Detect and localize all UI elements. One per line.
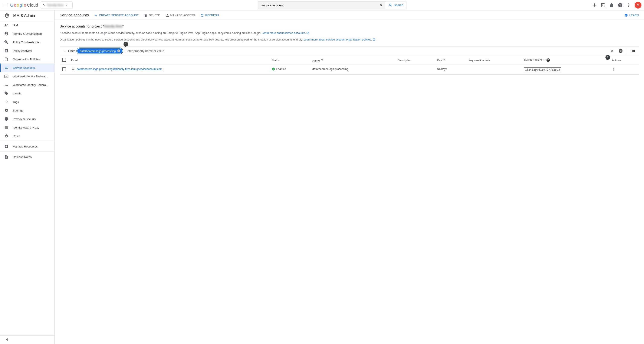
col-keyid[interactable]: Key ID <box>434 56 466 65</box>
clear-filter-icon[interactable] <box>610 49 614 53</box>
filter-help-icon[interactable] <box>619 49 622 53</box>
nav-item-workload-identity-federat-[interactable]: Workload Identity Federat... <box>0 72 54 81</box>
manage-access-button[interactable]: MANAGE ACCESS <box>165 14 195 17</box>
description-2: Organization policies can be used to sec… <box>60 38 639 42</box>
select-all-checkbox[interactable] <box>62 58 66 62</box>
learn-button[interactable]: LEARN <box>624 14 639 17</box>
nav-item-service-accounts[interactable]: Service Accounts <box>0 64 54 72</box>
nav-item-organization-policies[interactable]: Organization Policies <box>0 55 54 64</box>
search-button[interactable]: Search <box>385 2 406 9</box>
col-description[interactable]: Description <box>395 56 434 65</box>
table-row: datatheorem-logs-processing@friendly-fir… <box>60 65 639 74</box>
tour-bubble-2: 2 <box>606 55 610 60</box>
gemini-icon[interactable] <box>592 3 597 8</box>
nav-item-policy-troubleshooter[interactable]: Policy Troubleshooter <box>0 38 54 47</box>
filter-chip[interactable]: datatheorem-logs-processing <box>77 48 122 54</box>
learn-more-sa-link[interactable]: Learn more about service accounts. <box>262 31 309 35</box>
service-account-icon <box>71 67 75 71</box>
col-email[interactable]: Email <box>68 56 269 65</box>
page-title: Service accounts <box>60 13 89 18</box>
cell-keyid: No keys <box>434 65 466 74</box>
collapse-nav-icon[interactable] <box>0 335 54 344</box>
more-vert-icon[interactable] <box>626 3 631 8</box>
nav-item-workforce-identity-federa-[interactable]: Workforce Identity Federa... <box>0 81 54 89</box>
row-checkbox[interactable] <box>62 67 66 71</box>
account-avatar[interactable]: M <box>635 2 642 9</box>
project-picker[interactable]: friendly-fires <box>41 2 72 9</box>
nav-item-settings[interactable]: Settings <box>0 106 54 115</box>
nav-item-manage-resources[interactable]: Manage Resources <box>0 142 54 151</box>
clear-search-icon[interactable] <box>377 3 385 7</box>
delete-button[interactable]: DELETE <box>144 14 160 17</box>
nav-item-iam[interactable]: IAM <box>0 21 54 30</box>
nav-item-labels[interactable]: Labels <box>0 89 54 98</box>
col-oauth[interactable]: OAuth 2 Client ID? <box>521 56 609 65</box>
filter-input[interactable] <box>125 48 609 54</box>
oauth-client-id[interactable]: 102462976159797762593 <box>524 67 561 72</box>
nav-item-tags[interactable]: Tags <box>0 98 54 106</box>
search-input[interactable] <box>258 2 377 9</box>
svg-point-0 <box>43 4 44 5</box>
cell-name: datatheorem-logs-processing <box>310 65 395 74</box>
cell-description <box>395 65 434 74</box>
help-icon[interactable] <box>618 3 623 8</box>
svg-point-1 <box>44 5 45 6</box>
hamburger-menu-icon[interactable] <box>2 3 8 8</box>
nav-item-release-notes[interactable]: Release Notes <box>0 153 54 161</box>
col-status[interactable]: Status <box>269 56 310 65</box>
cloud-shell-icon[interactable] <box>600 3 606 8</box>
learn-more-org-link[interactable]: Learn more about service account organiz… <box>304 38 376 42</box>
google-cloud-logo[interactable]: Google Cloud <box>10 3 38 8</box>
col-keycreation[interactable]: Key creation date <box>466 56 522 65</box>
status-enabled: Enabled <box>272 67 307 71</box>
column-selector-icon[interactable] <box>631 49 636 53</box>
search-box: Search <box>258 1 407 9</box>
col-name[interactable]: Name <box>310 56 395 65</box>
nav-item-roles[interactable]: Roles <box>0 132 54 140</box>
filter-label: Filter <box>63 49 75 53</box>
chip-remove-icon[interactable] <box>117 49 120 53</box>
section-title: IAM & Admin <box>0 11 54 21</box>
row-actions-icon[interactable] <box>612 67 616 71</box>
nav-item-privacy-security[interactable]: Privacy & Security <box>0 115 54 123</box>
oauth-help-icon[interactable]: ? <box>546 58 550 62</box>
refresh-button[interactable]: REFRESH <box>200 14 219 17</box>
nav-item-policy-analyzer[interactable]: Policy Analyzer <box>0 47 54 55</box>
description-1: A service account represents a Google Cl… <box>60 31 639 35</box>
page-subtitle: Service accounts for project "friendly-f… <box>60 25 639 28</box>
notifications-icon[interactable] <box>609 3 614 8</box>
nav-item-identity-aware-proxy[interactable]: Identity-Aware Proxy <box>0 123 54 132</box>
cell-keycreation <box>466 65 522 74</box>
nav-item-identity-organization[interactable]: Identity & Organization <box>0 30 54 38</box>
sa-email-link[interactable]: datatheorem-logs-processing@friendly-fir… <box>77 67 162 71</box>
tour-bubble-1: 1 <box>124 42 128 47</box>
create-service-account-button[interactable]: CREATE SERVICE ACCOUNT <box>94 14 139 17</box>
col-actions: 2 Actions <box>609 56 639 65</box>
